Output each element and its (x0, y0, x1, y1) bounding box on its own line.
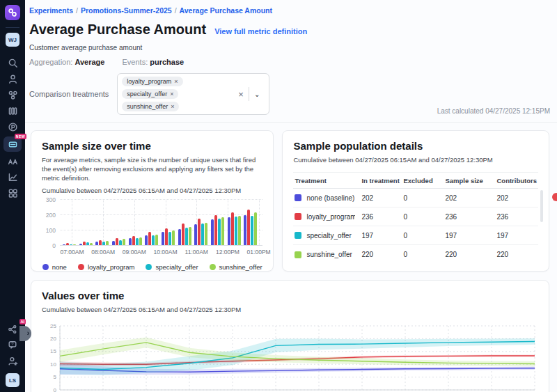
breadcrumb-experiments[interactable]: Experiments (29, 6, 73, 15)
bar-cluster[interactable] (79, 200, 93, 245)
bar-specialty_offer (168, 232, 171, 246)
bar-loyalty_program (148, 232, 151, 245)
values-title: Values over time (42, 290, 538, 301)
bar-y-axis: 0100200300 (42, 200, 60, 246)
svg-text:20: 20 (50, 336, 56, 342)
bar-specialty_offer (136, 238, 139, 245)
page-title: Average Purchase Amount (29, 22, 206, 38)
bar-loyalty_program (231, 212, 234, 246)
bar-none (129, 238, 132, 246)
bar-specialty_offer (218, 219, 221, 246)
bar-specialty_offer (102, 242, 105, 246)
table-row[interactable]: none (baseline) 202 0 202 202 (293, 189, 538, 207)
values-over-time-card: Values over time Cumulative between 04/2… (31, 280, 549, 392)
population-table: Treatment In treatment Excluded Sample s… (293, 172, 538, 264)
bar-none (79, 244, 82, 246)
bar-none (244, 215, 246, 246)
svg-text:0: 0 (54, 387, 57, 392)
user-avatar[interactable]: LS (6, 373, 19, 387)
bar-plot-area[interactable] (60, 200, 262, 246)
users-icon[interactable] (3, 71, 22, 87)
app-logo-icon[interactable] (5, 5, 20, 20)
ab-distribution-icon[interactable] (3, 153, 22, 169)
legend-loyalty-program[interactable]: loyalty_program (78, 263, 135, 271)
bar-sunshine_offer (172, 230, 175, 245)
bar-cluster[interactable] (129, 200, 142, 245)
bar-cluster[interactable] (145, 200, 158, 245)
table-row[interactable]: loyalty_program 236 0 236 236 (293, 207, 538, 226)
values-line-chart[interactable]: 051015202507:00AM07:30AM08:00AM08:30AM09… (42, 320, 540, 392)
bar-loyalty_program (182, 224, 185, 245)
chip-loyalty-program[interactable]: loyalty_program× (122, 77, 182, 86)
remove-chip-icon[interactable]: × (170, 91, 173, 97)
new-badge: NEW (15, 134, 26, 139)
bar-cluster[interactable] (228, 200, 241, 245)
last-calculated: Last calculated 04/27/2025 12:15PM (437, 107, 550, 115)
bar-cluster[interactable] (194, 200, 207, 245)
remove-chip-icon[interactable]: × (171, 103, 174, 110)
sample-size-cumulative: Cumulative between 04/27/2025 06:15AM an… (42, 187, 262, 194)
invite-user-icon[interactable] (3, 353, 22, 369)
legend-sunshine-offer[interactable]: sunshine_offer (210, 263, 262, 271)
apps-grid-icon[interactable] (3, 185, 22, 201)
breadcrumb-experiment-name[interactable]: Promotions-Summer-2025 (81, 6, 172, 15)
table-row[interactable]: sunshine_offer 220 0 220 220 (293, 245, 538, 264)
remove-chip-icon[interactable]: × (174, 78, 178, 85)
bar-loyalty_program (83, 242, 86, 245)
pulse-icon[interactable] (3, 119, 22, 135)
bar-x-tick: 09:00AM (123, 249, 146, 256)
bar-cluster[interactable] (178, 200, 191, 245)
events-value: purchase (150, 58, 184, 66)
segments-icon[interactable] (3, 87, 22, 103)
legend-dot-loyalty (78, 264, 84, 270)
bar-cluster[interactable] (95, 200, 109, 245)
notification-dot[interactable] (552, 193, 557, 201)
aggregation-row: Aggregation: Average Events: purchase (29, 58, 549, 66)
workspace-badge[interactable]: WJ (6, 33, 19, 47)
breadcrumb-metric-name[interactable]: Average Purchase Amount (180, 6, 272, 15)
legend-dot-sunshine (210, 264, 216, 270)
bar-x-tick: 08:00AM (91, 249, 115, 256)
view-metric-definition-link[interactable]: View full metric definition (214, 27, 307, 36)
bar-cluster[interactable] (162, 200, 175, 245)
bar-loyalty_program (132, 236, 135, 246)
chevron-down-icon[interactable]: ⌄ (249, 91, 265, 98)
search-icon[interactable] (3, 55, 22, 71)
treatments-select[interactable]: loyalty_program× specialty_offer× sunshi… (117, 73, 269, 115)
svg-text:5: 5 (54, 374, 57, 380)
table-header-row: Treatment In treatment Excluded Sample s… (293, 172, 538, 189)
bar-sunshine_offer (139, 237, 142, 246)
legend-specialty-offer[interactable]: specialty_offer (146, 263, 198, 271)
metrics-chart-icon[interactable] (3, 169, 22, 185)
bar-sunshine_offer (189, 227, 191, 245)
chevron-right-icon: › (27, 330, 29, 337)
legend-none[interactable]: none (42, 263, 67, 271)
bar-legend: none loyalty_program specialty_offer sun… (42, 263, 262, 271)
insights-icon-active[interactable]: NEW (3, 136, 22, 152)
chip-specialty-offer[interactable]: specialty_offer× (122, 89, 178, 99)
bar-x-axis: 07:00AM08:00AM09:00AM10:00AM11:00AM12:00… (60, 249, 262, 258)
experiments-icon[interactable] (3, 103, 22, 119)
chip-sunshine-offer[interactable]: sunshine_offer× (122, 102, 179, 111)
bar-x-tick: 12:00PM (216, 249, 240, 256)
bar-specialty_offer (251, 216, 253, 246)
bar-none (228, 217, 230, 245)
bar-loyalty_program (198, 219, 201, 245)
bar-x-tick: 07:00AM (60, 249, 84, 256)
bar-cluster[interactable] (211, 200, 224, 245)
bar-cluster[interactable] (112, 200, 125, 245)
main-content: Experiments/Promotions-Summer-2025/Avera… (25, 0, 557, 392)
table-row[interactable]: specialty_offer 197 0 197 197 (293, 226, 538, 245)
bar-x-tick: 10:00AM (154, 249, 178, 256)
bar-x-tick: 01:00PM (247, 249, 271, 256)
sample-size-bar-groups (60, 200, 262, 245)
svg-text:?: ? (11, 342, 14, 346)
sample-size-bar-chart[interactable]: 0100200300 07:00AM08:00AM09:00AM10:00AM1… (42, 200, 262, 258)
treatment-swatch (295, 232, 301, 239)
bar-cluster[interactable] (63, 200, 76, 245)
table-scrollbar[interactable] (540, 190, 543, 222)
bar-loyalty_program (116, 238, 118, 246)
bar-cluster[interactable] (244, 200, 257, 245)
clear-all-icon[interactable]: × (233, 89, 249, 100)
bar-loyalty_program (99, 240, 102, 246)
